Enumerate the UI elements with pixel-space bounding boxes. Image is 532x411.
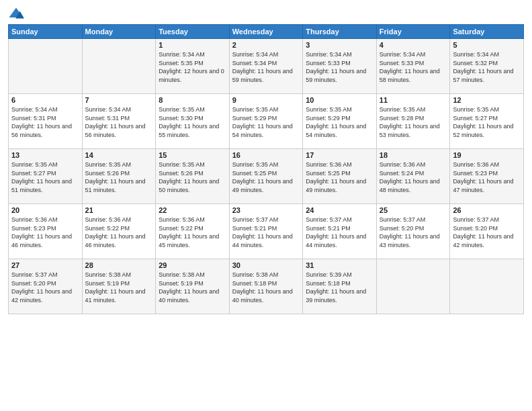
day-number: 29: [159, 261, 226, 269]
header-cell-thursday: Thursday: [303, 25, 377, 39]
day-info: Sunrise: 5:37 AMSunset: 5:21 PMDaylight:…: [306, 216, 373, 249]
calendar-cell: 28Sunrise: 5:38 AMSunset: 5:19 PMDayligh…: [82, 259, 156, 314]
day-info: Sunrise: 5:38 AMSunset: 5:18 PMDaylight:…: [232, 271, 300, 304]
calendar-cell: 26Sunrise: 5:37 AMSunset: 5:20 PMDayligh…: [450, 204, 524, 259]
day-info: Sunrise: 5:35 AMSunset: 5:29 PMDaylight:…: [306, 105, 373, 139]
calendar-cell: 21Sunrise: 5:36 AMSunset: 5:22 PMDayligh…: [82, 204, 156, 259]
day-number: 26: [453, 206, 521, 214]
day-number: 22: [159, 206, 226, 214]
day-number: 5: [453, 41, 521, 49]
calendar-header: SundayMondayTuesdayWednesdayThursdayFrid…: [9, 25, 524, 39]
calendar-cell: 8Sunrise: 5:35 AMSunset: 5:30 PMDaylight…: [156, 94, 230, 149]
day-number: 3: [306, 41, 373, 49]
day-number: 17: [306, 151, 373, 159]
day-number: 23: [232, 206, 300, 214]
calendar-cell: 9Sunrise: 5:35 AMSunset: 5:29 PMDaylight…: [229, 94, 303, 149]
day-number: 30: [232, 261, 300, 269]
day-info: Sunrise: 5:35 AMSunset: 5:25 PMDaylight:…: [232, 161, 300, 194]
calendar-cell: 29Sunrise: 5:38 AMSunset: 5:19 PMDayligh…: [156, 259, 230, 314]
day-info: Sunrise: 5:34 AMSunset: 5:35 PMDaylight:…: [159, 50, 226, 84]
calendar-cell: 14Sunrise: 5:35 AMSunset: 5:26 PMDayligh…: [82, 149, 156, 204]
day-info: Sunrise: 5:35 AMSunset: 5:26 PMDaylight:…: [85, 161, 153, 194]
calendar-cell: [376, 259, 450, 314]
day-number: 8: [159, 96, 226, 104]
day-info: Sunrise: 5:34 AMSunset: 5:33 PMDaylight:…: [380, 50, 447, 84]
day-info: Sunrise: 5:36 AMSunset: 5:23 PMDaylight:…: [11, 216, 79, 249]
day-number: 24: [306, 206, 373, 214]
day-number: 15: [159, 151, 226, 159]
calendar-cell: 30Sunrise: 5:38 AMSunset: 5:18 PMDayligh…: [229, 259, 303, 314]
calendar-cell: 22Sunrise: 5:36 AMSunset: 5:22 PMDayligh…: [156, 204, 230, 259]
day-number: 18: [380, 151, 447, 159]
day-info: Sunrise: 5:36 AMSunset: 5:22 PMDaylight:…: [85, 216, 153, 249]
day-number: 12: [453, 96, 521, 104]
week-row-2: 13Sunrise: 5:35 AMSunset: 5:27 PMDayligh…: [9, 149, 524, 204]
day-number: 16: [232, 151, 300, 159]
day-info: Sunrise: 5:39 AMSunset: 5:18 PMDaylight:…: [306, 271, 373, 304]
day-number: 21: [85, 206, 153, 214]
day-info: Sunrise: 5:35 AMSunset: 5:28 PMDaylight:…: [380, 105, 447, 139]
calendar-cell: 10Sunrise: 5:35 AMSunset: 5:29 PMDayligh…: [303, 94, 377, 149]
day-info: Sunrise: 5:37 AMSunset: 5:21 PMDaylight:…: [232, 216, 300, 249]
calendar-cell: 17Sunrise: 5:36 AMSunset: 5:25 PMDayligh…: [303, 149, 377, 204]
day-number: 14: [85, 151, 153, 159]
day-number: 6: [11, 96, 79, 104]
day-info: Sunrise: 5:38 AMSunset: 5:19 PMDaylight:…: [85, 271, 153, 304]
day-info: Sunrise: 5:35 AMSunset: 5:27 PMDaylight:…: [11, 161, 79, 194]
day-number: 7: [85, 96, 153, 104]
day-info: Sunrise: 5:34 AMSunset: 5:32 PMDaylight:…: [453, 50, 521, 84]
day-info: Sunrise: 5:38 AMSunset: 5:19 PMDaylight:…: [159, 271, 226, 304]
header-cell-tuesday: Tuesday: [156, 25, 230, 39]
calendar-cell: 13Sunrise: 5:35 AMSunset: 5:27 PMDayligh…: [9, 149, 83, 204]
day-info: Sunrise: 5:37 AMSunset: 5:20 PMDaylight:…: [453, 216, 521, 249]
day-number: 9: [232, 96, 300, 104]
calendar-cell: 27Sunrise: 5:37 AMSunset: 5:20 PMDayligh…: [9, 259, 83, 314]
day-number: 10: [306, 96, 373, 104]
day-number: 25: [380, 206, 447, 214]
calendar-cell: 25Sunrise: 5:37 AMSunset: 5:20 PMDayligh…: [376, 204, 450, 259]
day-number: 31: [306, 261, 373, 269]
day-info: Sunrise: 5:37 AMSunset: 5:20 PMDaylight:…: [11, 271, 79, 304]
week-row-3: 20Sunrise: 5:36 AMSunset: 5:23 PMDayligh…: [9, 204, 524, 259]
header: [8, 7, 524, 20]
header-cell-wednesday: Wednesday: [229, 25, 303, 39]
day-info: Sunrise: 5:35 AMSunset: 5:26 PMDaylight:…: [159, 161, 226, 194]
day-info: Sunrise: 5:34 AMSunset: 5:31 PMDaylight:…: [85, 105, 153, 139]
day-number: 13: [11, 151, 79, 159]
header-cell-saturday: Saturday: [450, 25, 524, 39]
day-info: Sunrise: 5:34 AMSunset: 5:31 PMDaylight:…: [11, 105, 79, 139]
header-cell-monday: Monday: [82, 25, 156, 39]
calendar-cell: 20Sunrise: 5:36 AMSunset: 5:23 PMDayligh…: [9, 204, 83, 259]
calendar-cell: 15Sunrise: 5:35 AMSunset: 5:26 PMDayligh…: [156, 149, 230, 204]
week-row-0: 1Sunrise: 5:34 AMSunset: 5:35 PMDaylight…: [9, 39, 524, 94]
calendar-cell: 4Sunrise: 5:34 AMSunset: 5:33 PMDaylight…: [376, 39, 450, 94]
day-info: Sunrise: 5:34 AMSunset: 5:33 PMDaylight:…: [306, 50, 373, 84]
day-number: 4: [380, 41, 447, 49]
day-info: Sunrise: 5:37 AMSunset: 5:20 PMDaylight:…: [380, 216, 447, 249]
logo: [8, 7, 27, 20]
day-number: 1: [159, 41, 226, 49]
calendar-cell: 19Sunrise: 5:36 AMSunset: 5:23 PMDayligh…: [450, 149, 524, 204]
calendar-cell: [450, 259, 524, 314]
calendar-cell: 7Sunrise: 5:34 AMSunset: 5:31 PMDaylight…: [82, 94, 156, 149]
day-info: Sunrise: 5:34 AMSunset: 5:34 PMDaylight:…: [232, 50, 300, 84]
day-info: Sunrise: 5:35 AMSunset: 5:30 PMDaylight:…: [159, 105, 226, 139]
day-info: Sunrise: 5:36 AMSunset: 5:25 PMDaylight:…: [306, 161, 373, 194]
calendar-cell: 12Sunrise: 5:35 AMSunset: 5:27 PMDayligh…: [450, 94, 524, 149]
calendar-cell: [82, 39, 156, 94]
day-info: Sunrise: 5:36 AMSunset: 5:24 PMDaylight:…: [380, 161, 447, 194]
calendar-cell: 31Sunrise: 5:39 AMSunset: 5:18 PMDayligh…: [303, 259, 377, 314]
day-info: Sunrise: 5:36 AMSunset: 5:23 PMDaylight:…: [453, 161, 521, 194]
page: SundayMondayTuesdayWednesdayThursdayFrid…: [0, 0, 532, 411]
week-row-4: 27Sunrise: 5:37 AMSunset: 5:20 PMDayligh…: [9, 259, 524, 314]
calendar-table: SundayMondayTuesdayWednesdayThursdayFrid…: [8, 24, 524, 314]
week-row-1: 6Sunrise: 5:34 AMSunset: 5:31 PMDaylight…: [9, 94, 524, 149]
calendar-cell: 18Sunrise: 5:36 AMSunset: 5:24 PMDayligh…: [376, 149, 450, 204]
day-number: 19: [453, 151, 521, 159]
calendar-cell: 23Sunrise: 5:37 AMSunset: 5:21 PMDayligh…: [229, 204, 303, 259]
day-info: Sunrise: 5:35 AMSunset: 5:27 PMDaylight:…: [453, 105, 521, 139]
day-info: Sunrise: 5:35 AMSunset: 5:29 PMDaylight:…: [232, 105, 300, 139]
logo-icon: [8, 7, 24, 20]
day-number: 11: [380, 96, 447, 104]
calendar-cell: 11Sunrise: 5:35 AMSunset: 5:28 PMDayligh…: [376, 94, 450, 149]
